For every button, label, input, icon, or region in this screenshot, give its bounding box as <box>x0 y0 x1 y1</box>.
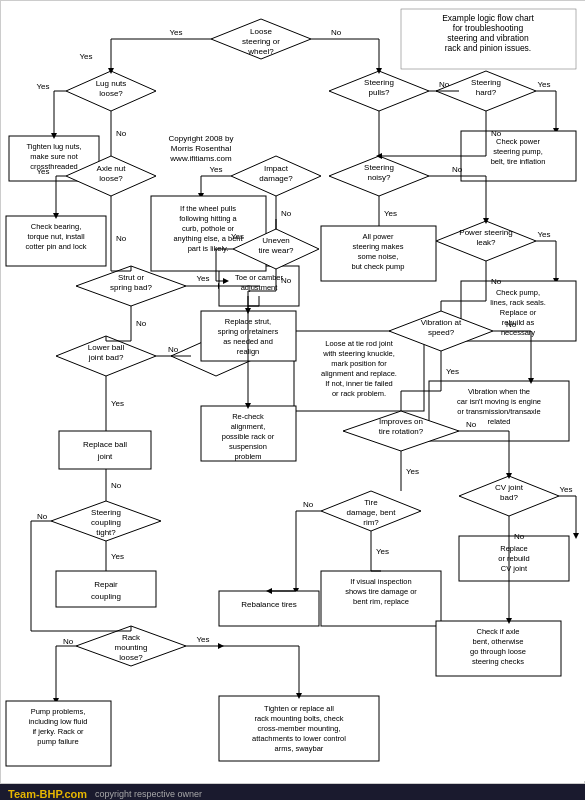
svg-text:No: No <box>491 277 502 286</box>
svg-text:Yes: Yes <box>79 52 92 61</box>
svg-text:Impact: Impact <box>264 164 289 173</box>
svg-text:damage, bent: damage, bent <box>347 508 397 517</box>
svg-text:mounting: mounting <box>115 643 148 652</box>
svg-text:if jerky. Rack or: if jerky. Rack or <box>32 727 84 736</box>
svg-text:torque nut, install: torque nut, install <box>27 232 84 241</box>
svg-text:Yes: Yes <box>111 552 124 561</box>
svg-text:www.ifitiams.com: www.ifitiams.com <box>169 154 232 163</box>
svg-text:Replace: Replace <box>500 544 528 553</box>
svg-text:tire wear?: tire wear? <box>258 246 294 255</box>
svg-text:or rebuild: or rebuild <box>498 554 529 563</box>
svg-text:Yes: Yes <box>36 167 49 176</box>
svg-text:Rebalance tires: Rebalance tires <box>241 600 297 609</box>
svg-text:No: No <box>514 532 525 541</box>
svg-text:No: No <box>111 481 122 490</box>
svg-text:including low fluid: including low fluid <box>29 717 88 726</box>
svg-text:make sure not: make sure not <box>30 152 78 161</box>
svg-text:shows tire damage or: shows tire damage or <box>345 587 417 596</box>
svg-text:bad?: bad? <box>500 493 518 502</box>
svg-text:related: related <box>488 417 511 426</box>
svg-text:Yes: Yes <box>376 547 389 556</box>
svg-text:Morris Rosenthal: Morris Rosenthal <box>171 144 232 153</box>
svg-text:noisy?: noisy? <box>367 173 391 182</box>
svg-text:Replace or: Replace or <box>500 308 537 317</box>
svg-text:Power steering: Power steering <box>459 228 512 237</box>
svg-text:Yes: Yes <box>384 209 397 218</box>
svg-text:mark position for: mark position for <box>331 359 387 368</box>
svg-text:Improves on: Improves on <box>379 417 423 426</box>
svg-text:belt, tire inflation: belt, tire inflation <box>491 157 546 166</box>
footer-copyright: copyright respective owner <box>95 789 202 799</box>
svg-text:go through loose: go through loose <box>470 647 526 656</box>
svg-text:Repair: Repair <box>94 580 118 589</box>
svg-text:or rack problem.: or rack problem. <box>332 389 386 398</box>
svg-text:alignment,: alignment, <box>231 422 266 431</box>
svg-text:for troubleshooting: for troubleshooting <box>453 23 524 33</box>
svg-text:Tighten lug nuts,: Tighten lug nuts, <box>26 142 81 151</box>
footer-logo: Team-BHP.com <box>8 788 87 800</box>
svg-text:No: No <box>281 209 292 218</box>
svg-text:cross-member mounting,: cross-member mounting, <box>258 724 341 733</box>
svg-text:cotter pin and lock: cotter pin and lock <box>26 242 87 251</box>
svg-text:Steering: Steering <box>364 163 394 172</box>
svg-text:Yes: Yes <box>231 232 244 241</box>
svg-text:rack mounting bolts, check: rack mounting bolts, check <box>255 714 344 723</box>
svg-rect-71 <box>59 431 151 469</box>
svg-text:Yes: Yes <box>196 635 209 644</box>
svg-text:Lower ball: Lower ball <box>88 343 125 352</box>
svg-text:pulls?: pulls? <box>369 88 390 97</box>
svg-text:necessary: necessary <box>501 328 535 337</box>
svg-text:Yes: Yes <box>36 82 49 91</box>
svg-text:Copyright 2008 by: Copyright 2008 by <box>169 134 234 143</box>
svg-text:Pump problems,: Pump problems, <box>31 707 86 716</box>
svg-text:loose?: loose? <box>99 89 123 98</box>
svg-text:or transmission/transaxle: or transmission/transaxle <box>457 407 540 416</box>
svg-text:steering makes: steering makes <box>353 242 404 251</box>
svg-text:rack and pinion issues.: rack and pinion issues. <box>445 43 531 53</box>
svg-text:Axle nut: Axle nut <box>97 164 127 173</box>
svg-text:All power: All power <box>363 232 394 241</box>
svg-text:loose?: loose? <box>119 653 143 662</box>
svg-text:tire rotation?: tire rotation? <box>379 427 424 436</box>
svg-text:No: No <box>303 500 314 509</box>
svg-text:Yes: Yes <box>169 28 182 37</box>
svg-text:lines, rack seals.: lines, rack seals. <box>490 298 545 307</box>
svg-text:No: No <box>116 234 127 243</box>
svg-text:Loose: Loose <box>250 27 272 36</box>
svg-text:possible rack or: possible rack or <box>222 432 275 441</box>
svg-text:Steering: Steering <box>91 508 121 517</box>
svg-text:Vibration at: Vibration at <box>421 318 462 327</box>
svg-text:following hitting a: following hitting a <box>179 214 237 223</box>
svg-text:Check if axle: Check if axle <box>477 627 520 636</box>
svg-text:with steering knuckle,: with steering knuckle, <box>322 349 395 358</box>
svg-text:but check pump: but check pump <box>352 262 405 271</box>
svg-text:Lug nuts: Lug nuts <box>96 79 127 88</box>
svg-text:If the wheel pulls: If the wheel pulls <box>180 204 236 213</box>
svg-text:Example logic flow chart: Example logic flow chart <box>442 13 534 23</box>
svg-text:curb, pothole or: curb, pothole or <box>182 224 235 233</box>
svg-text:No: No <box>452 165 463 174</box>
svg-text:attachments to lower control: attachments to lower control <box>252 734 346 743</box>
svg-text:No: No <box>506 320 517 329</box>
flowchart-container: Example logic flow chart for troubleshoo… <box>0 0 585 784</box>
svg-text:coupling: coupling <box>91 592 121 601</box>
svg-text:No: No <box>37 512 48 521</box>
svg-text:joint bad?: joint bad? <box>88 353 124 362</box>
svg-text:No: No <box>168 345 179 354</box>
svg-text:No: No <box>281 276 292 285</box>
svg-text:Yes: Yes <box>446 367 459 376</box>
svg-text:steering or: steering or <box>242 37 280 46</box>
svg-text:Tighten or replace all: Tighten or replace all <box>264 704 334 713</box>
svg-text:Yes: Yes <box>406 467 419 476</box>
svg-text:No: No <box>331 28 342 37</box>
svg-text:loose?: loose? <box>99 174 123 183</box>
svg-text:No: No <box>491 129 502 138</box>
svg-text:Yes: Yes <box>209 165 222 174</box>
svg-text:No: No <box>136 319 147 328</box>
svg-text:Vibration when the: Vibration when the <box>468 387 530 396</box>
svg-text:Yes: Yes <box>537 230 550 239</box>
svg-text:If visual inspection: If visual inspection <box>350 577 411 586</box>
svg-text:Uneven: Uneven <box>262 236 290 245</box>
svg-text:Yes: Yes <box>196 274 209 283</box>
svg-text:Steering: Steering <box>364 78 394 87</box>
